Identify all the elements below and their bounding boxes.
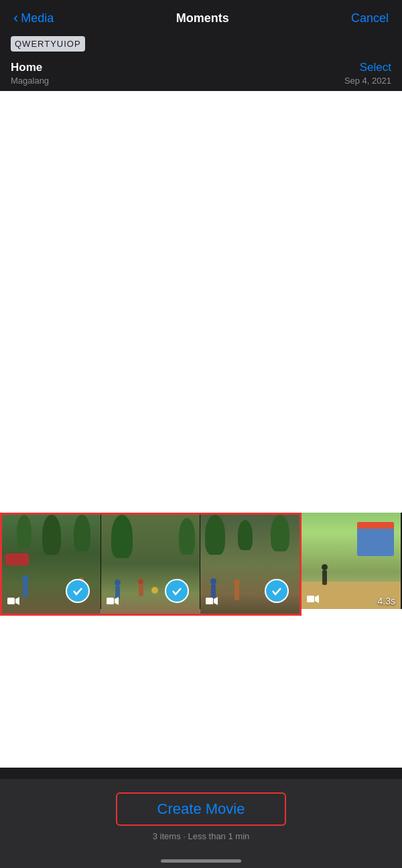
roof: [357, 522, 394, 529]
keyboard-keys: QWERTYUIOP: [11, 36, 85, 52]
thumbnail-1[interactable]: [2, 515, 101, 614]
navigation-bar: ‹ Media Moments Cancel: [0, 0, 402, 33]
figure-3a: [210, 578, 216, 598]
video-icon-1: [7, 596, 19, 608]
video-icon-4: [307, 594, 319, 606]
check-circle-1: [66, 579, 90, 603]
tree-3a: [205, 515, 225, 555]
back-button[interactable]: ‹ Media: [13, 11, 54, 25]
svg-marker-3: [115, 597, 119, 605]
thumbnail-2[interactable]: [101, 515, 200, 614]
content-area: [0, 91, 402, 513]
select-button[interactable]: Select: [344, 61, 391, 74]
section-date: Sep 4, 2021: [344, 76, 391, 86]
svg-rect-0: [7, 598, 15, 604]
ball: [151, 587, 158, 594]
thumbnail-4[interactable]: 4.3s: [302, 513, 401, 612]
tree-3c: [238, 520, 253, 550]
check-circle-2: [165, 579, 189, 603]
page-title: Moments: [176, 11, 229, 25]
check-circle-3: [265, 579, 289, 603]
tree-2b: [179, 518, 195, 555]
location-title: Home: [11, 61, 49, 74]
figure-4: [322, 564, 328, 585]
tree-top-2: [17, 515, 31, 548]
video-icon-2: [107, 596, 119, 608]
figure-1: [22, 576, 29, 597]
items-info: 3 items · Less than 1 min: [153, 831, 250, 841]
tree-top-3: [74, 515, 90, 551]
tree-2a: [111, 515, 133, 558]
svg-marker-7: [315, 595, 319, 603]
section-info: Home Magalang: [11, 61, 49, 86]
svg-rect-2: [107, 598, 114, 604]
duration-badge: 4.3s: [378, 596, 395, 606]
svg-rect-4: [206, 598, 213, 604]
location-subtitle: Magalang: [11, 76, 49, 86]
section-actions: Select Sep 4, 2021: [344, 61, 391, 86]
svg-marker-1: [15, 597, 19, 605]
selected-group: [0, 513, 302, 616]
figure-2b: [138, 579, 143, 596]
thumbnails-container: 4.3s: [0, 513, 402, 616]
chevron-left-icon: ‹: [13, 11, 18, 25]
svg-marker-5: [214, 597, 218, 605]
tree-top-1: [42, 515, 61, 555]
lower-content-area: [0, 609, 402, 768]
section-header: Home Magalang Select Sep 4, 2021: [0, 54, 402, 91]
building: [357, 526, 394, 556]
svg-rect-6: [307, 596, 314, 602]
home-indicator: [161, 859, 241, 863]
figure-3b: [234, 580, 240, 600]
cancel-button[interactable]: Cancel: [351, 11, 389, 25]
bottom-action-bar: Create Movie 3 items · Less than 1 min: [0, 779, 402, 868]
tree-3b: [271, 515, 289, 551]
thumbnail-3[interactable]: [200, 515, 299, 614]
keyboard-hint-area: QWERTYUIOP: [0, 33, 402, 54]
car-shape: [5, 553, 29, 566]
video-icon-3: [206, 596, 218, 608]
create-movie-button[interactable]: Create Movie: [116, 792, 287, 826]
back-label[interactable]: Media: [21, 11, 54, 25]
